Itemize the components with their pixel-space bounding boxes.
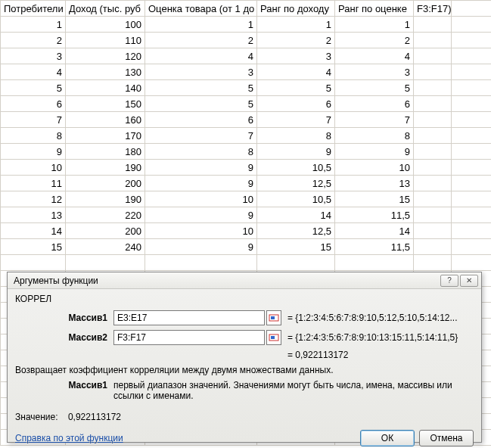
cancel-button[interactable]: Отмена: [419, 430, 474, 446]
cell[interactable]: 9: [145, 176, 257, 191]
cell[interactable]: [452, 64, 492, 80]
cell[interactable]: [452, 160, 492, 176]
cell[interactable]: 190: [66, 160, 145, 176]
cell[interactable]: [145, 255, 257, 271]
cell[interactable]: 200: [66, 223, 145, 239]
cell[interactable]: 4: [257, 64, 335, 80]
arg2-input[interactable]: [113, 330, 265, 345]
help-link[interactable]: Справка по этой функции: [15, 433, 123, 443]
cell[interactable]: [414, 144, 452, 160]
cell[interactable]: 13: [1, 207, 66, 223]
cell[interactable]: 6: [335, 96, 414, 112]
cell[interactable]: [452, 17, 492, 33]
cell[interactable]: 15: [1, 239, 66, 255]
col-header[interactable]: Оценка товара (от 1 до 10): [145, 1, 257, 17]
cell[interactable]: 6: [257, 96, 335, 112]
cell[interactable]: 180: [66, 144, 145, 160]
cell[interactable]: 8: [335, 128, 414, 144]
cell[interactable]: 9: [335, 144, 414, 160]
cell[interactable]: 1: [145, 17, 257, 33]
cell[interactable]: 4: [145, 48, 257, 64]
cell[interactable]: 14: [257, 207, 335, 223]
cell[interactable]: 5: [335, 80, 414, 96]
cell[interactable]: [414, 96, 452, 112]
ok-button[interactable]: ОК: [360, 430, 415, 446]
col-header[interactable]: Доход (тыс. руб: [66, 1, 145, 17]
cell[interactable]: 130: [66, 64, 145, 80]
cell[interactable]: 150: [66, 96, 145, 112]
cell[interactable]: [452, 191, 492, 207]
col-header[interactable]: F3:F17): [414, 1, 452, 17]
cell[interactable]: 160: [66, 112, 145, 128]
cell[interactable]: 10: [335, 160, 414, 176]
col-header[interactable]: Ранг по оценке: [335, 1, 414, 17]
cell[interactable]: 8: [145, 144, 257, 160]
cell[interactable]: [414, 112, 452, 128]
cell[interactable]: 14: [1, 223, 66, 239]
close-button[interactable]: ✕: [460, 275, 478, 287]
cell[interactable]: 1: [257, 17, 335, 33]
cell[interactable]: 220: [66, 207, 145, 223]
cell[interactable]: 7: [257, 112, 335, 128]
cell[interactable]: 7: [145, 128, 257, 144]
cell[interactable]: 190: [66, 191, 145, 207]
cell[interactable]: [452, 255, 492, 271]
cell[interactable]: 240: [66, 239, 145, 255]
cell[interactable]: 9: [257, 144, 335, 160]
cell[interactable]: [414, 160, 452, 176]
arg2-refedit-button[interactable]: [266, 330, 281, 345]
cell[interactable]: [1, 255, 66, 271]
cell[interactable]: 14: [335, 223, 414, 239]
cell[interactable]: [452, 176, 492, 191]
cell[interactable]: 10: [1, 160, 66, 176]
cell[interactable]: [414, 191, 452, 207]
cell[interactable]: 3: [145, 64, 257, 80]
cell[interactable]: 8: [257, 128, 335, 144]
cell[interactable]: 2: [1, 33, 66, 48]
cell[interactable]: 9: [145, 160, 257, 176]
cell[interactable]: 1: [335, 17, 414, 33]
cell[interactable]: 2: [145, 33, 257, 48]
cell[interactable]: 10: [145, 191, 257, 207]
cell[interactable]: [414, 80, 452, 96]
cell[interactable]: 12,5: [257, 176, 335, 191]
cell[interactable]: [452, 33, 492, 48]
arg1-refedit-button[interactable]: [266, 310, 281, 325]
cell[interactable]: [452, 239, 492, 255]
cell[interactable]: 12,5: [257, 223, 335, 239]
cell[interactable]: 3: [335, 64, 414, 80]
cell[interactable]: [335, 255, 414, 271]
cell[interactable]: 5: [257, 80, 335, 96]
col-header[interactable]: Ранг по доходу: [257, 1, 335, 17]
arg1-input[interactable]: [113, 310, 265, 325]
cell[interactable]: 9: [1, 144, 66, 160]
cell[interactable]: 110: [66, 33, 145, 48]
cell[interactable]: [414, 17, 452, 33]
cell[interactable]: 10,5: [257, 160, 335, 176]
cell[interactable]: 4: [1, 64, 66, 80]
cell[interactable]: [414, 207, 452, 223]
cell[interactable]: [414, 255, 452, 271]
cell[interactable]: [414, 239, 452, 255]
cell[interactable]: [414, 176, 452, 191]
cell[interactable]: 140: [66, 80, 145, 96]
cell[interactable]: 8: [1, 128, 66, 144]
cell[interactable]: 11: [1, 176, 66, 191]
cell[interactable]: 6: [145, 112, 257, 128]
cell[interactable]: 7: [335, 112, 414, 128]
cell[interactable]: 100: [66, 17, 145, 33]
cell[interactable]: 120: [66, 48, 145, 64]
cell[interactable]: [257, 255, 335, 271]
col-header[interactable]: [452, 1, 492, 17]
cell[interactable]: [414, 128, 452, 144]
help-button[interactable]: ?: [440, 275, 458, 287]
cell[interactable]: [452, 80, 492, 96]
cell[interactable]: 2: [335, 33, 414, 48]
cell[interactable]: 15: [335, 191, 414, 207]
cell[interactable]: [452, 223, 492, 239]
cell[interactable]: 10,5: [257, 191, 335, 207]
col-header[interactable]: Потребители: [1, 1, 66, 17]
cell[interactable]: 15: [257, 239, 335, 255]
cell[interactable]: [414, 223, 452, 239]
cell[interactable]: [414, 64, 452, 80]
